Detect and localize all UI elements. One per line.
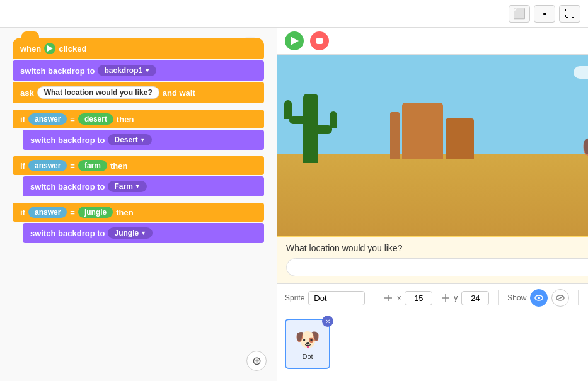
divider-3 [578,290,579,305]
sprite-panel: ✕ 🐶 Dot [277,312,588,381]
stage-main: 🐶 What location would you like? [277,55,588,381]
ask-input-field[interactable] [286,258,588,276]
layout-button-2[interactable]: ▪ [534,5,555,23]
ask-input-row [286,257,588,277]
jungle-dropdown[interactable]: Jungle ▼ [108,227,153,239]
desert-pill: desert [78,113,113,125]
answer-pill-2: answer [28,160,67,171]
switch-label-j: switch backdrop to [30,229,105,238]
stage-controls-bar [277,28,588,55]
rock-main [402,103,443,159]
x-row: x 15 [383,291,432,305]
desert-background: 🐶 [277,55,588,236]
rock-formations [390,103,474,159]
sprite-delete-button[interactable]: ✕ [322,316,333,327]
top-bar: ⬜ ▪ ⛶ [0,0,588,28]
equals-2: = [70,161,75,171]
block-stack-2: if answer = desert then switch backdrop … [13,110,264,150]
svg-line-8 [557,296,563,300]
switch-backdrop-jungle[interactable]: switch backdrop to Jungle ▼ [23,223,264,243]
svg-point-7 [538,297,540,299]
ask-question-display: What location would you like? [286,243,588,253]
when-label: when [20,44,41,54]
sprite-controls: Sprite x 15 [277,283,588,312]
when-clicked-block[interactable]: when clicked [13,38,264,59]
equals-1: = [70,115,75,124]
block-stack-4: if answer = jungle then switch backdrop … [13,203,264,243]
show-label: Show [507,293,526,302]
stage-area: 🐶 What location would you like? [277,55,588,381]
dropdown-arrow-1: ▼ [144,67,150,74]
show-row: Show [507,289,569,307]
switch-label-f: switch backdrop to [30,182,105,191]
if-label-3: if [20,208,25,217]
y-value[interactable]: 24 [461,291,489,305]
blocks-container: when clicked switch backdrop to backdrop… [0,28,277,381]
dog-sprite: 🐶 [580,134,588,169]
sprite-name-row: Sprite [285,291,365,305]
then-label-1: then [117,115,134,124]
ask-label: ask [20,88,34,98]
jungle-pill: jungle [78,207,113,218]
dropdown-arrow-d: ▼ [140,137,146,143]
cactus [303,94,318,163]
ask-question-value: What location would you like? [37,86,159,99]
clicked-label: clicked [59,44,86,54]
equals-3: = [70,208,75,217]
rock-narrow [390,112,400,159]
delete-icon: ✕ [325,318,330,325]
right-panel: 🐶 What location would you like? [277,28,588,381]
fullscreen-button[interactable]: ⛶ [559,5,580,23]
top-bar-right: ⬜ ▪ ⛶ [509,5,580,23]
y-axis-icon [441,293,450,303]
switch-backdrop-label-1: switch backdrop to [20,66,95,76]
main-area: 🐱 when clicked switch backdrop to backdr… [0,28,588,381]
sprite-name-input[interactable] [308,291,365,305]
hide-eye-button[interactable] [551,289,569,307]
ask-bar: What location would you like? [277,236,588,283]
flag-triangle [47,45,53,52]
divider-1 [374,290,374,305]
sprite-tile-dot[interactable]: ✕ 🐶 Dot [285,319,330,369]
dropdown-arrow-f: ▼ [135,183,141,190]
switch-backdrop-desert[interactable]: switch backdrop to Desert ▼ [23,130,264,150]
clouds [574,66,588,80]
if-label-2: if [20,161,25,171]
farm-dropdown[interactable]: Farm ▼ [108,181,146,192]
backdrop1-dropdown[interactable]: backdrop1 ▼ [98,65,156,76]
eye-open-icon [534,295,543,301]
x-value[interactable]: 15 [405,291,432,305]
x-label: x [397,293,401,302]
zoom-button[interactable]: ⊕ [246,351,267,371]
sprite-label: Sprite [285,293,304,302]
backdrop1-label: backdrop1 [104,66,142,75]
rock-side [446,118,474,159]
y-row: y 24 [441,291,489,305]
y-label: y [454,293,458,302]
if-block-2[interactable]: if answer = farm then [13,156,264,175]
and-wait-label: and wait [163,88,195,98]
switch-backdrop-block-1[interactable]: switch backdrop to backdrop1 ▼ [13,60,264,81]
stop-button[interactable] [310,31,329,50]
ask-block[interactable]: ask What location would you like? and wa… [13,82,264,103]
desert-dropdown[interactable]: Desert ▼ [108,134,151,145]
sprite-emoji: 🐶 [295,327,320,351]
block-stack-1: when clicked switch backdrop to backdrop… [13,38,264,103]
green-flag-button[interactable] [285,31,304,50]
stage-canvas: 🐶 [277,55,588,236]
then-label-2: then [110,161,127,171]
answer-pill-1: answer [28,113,67,125]
flag-icon-btn [291,37,299,45]
block-stack-3: if answer = farm then switch backdrop to… [13,156,264,196]
show-eye-button[interactable] [530,289,548,307]
eye-closed-icon [556,295,565,301]
if-block-1[interactable]: if answer = desert then [13,110,264,128]
stop-icon [316,38,323,44]
switch-backdrop-farm[interactable]: switch backdrop to Farm ▼ [23,176,264,196]
if-block-3[interactable]: if answer = jungle then [13,203,264,222]
flag-icon [44,43,55,54]
then-label-3: then [116,208,133,217]
layout-button-1[interactable]: ⬜ [509,5,530,23]
answer-pill-3: answer [28,207,67,218]
divider-2 [498,290,499,305]
